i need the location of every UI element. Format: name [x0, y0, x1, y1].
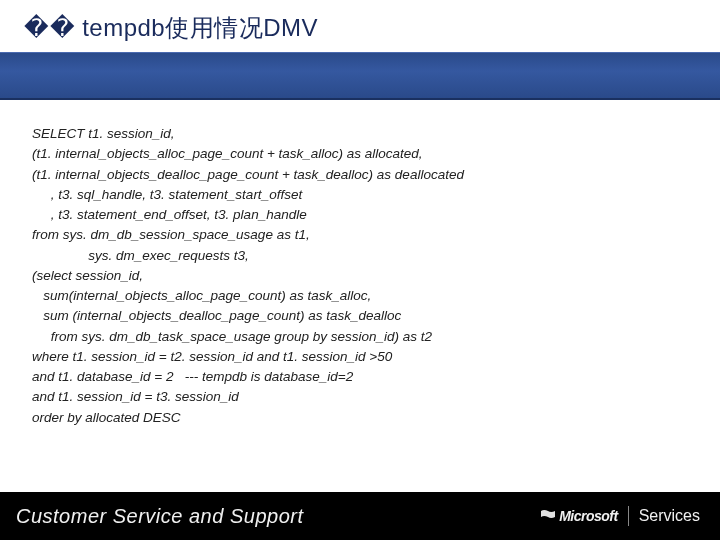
footer-divider — [628, 506, 629, 526]
footer-bar: Customer Service and Support Microsoft S… — [0, 492, 720, 540]
footer-left-text: Customer Service and Support — [16, 505, 303, 528]
code-line: (t1. internal_objects_alloc_page_count +… — [32, 144, 688, 164]
code-line: order by allocated DESC — [32, 408, 688, 428]
code-line: sum(internal_objects_alloc_page_count) a… — [32, 286, 688, 306]
decorative-band — [0, 52, 720, 100]
code-line: and t1. session_id = t3. session_id — [32, 387, 688, 407]
code-line: where t1. session_id = t2. session_id an… — [32, 347, 688, 367]
code-line: SELECT t1. session_id, — [32, 124, 688, 144]
code-line: and t1. database_id = 2 --- tempdb is da… — [32, 367, 688, 387]
code-line: from sys. dm_db_task_space_usage group b… — [32, 327, 688, 347]
microsoft-logo: Microsoft — [541, 508, 618, 524]
code-line: (select session_id, — [32, 266, 688, 286]
slide-title: �� tempdb使用情况DMV — [24, 12, 696, 44]
code-content: SELECT t1. session_id, (t1. internal_obj… — [0, 100, 720, 438]
microsoft-flag-icon — [541, 509, 555, 523]
code-line: (t1. internal_objects_dealloc_page_count… — [32, 165, 688, 185]
code-line: , t3. statement_end_offset, t3. plan_han… — [32, 205, 688, 225]
title-bar: �� tempdb使用情况DMV — [0, 0, 720, 52]
code-line: , t3. sql_handle, t3. statement_start_of… — [32, 185, 688, 205]
code-line: sum (internal_objects_dealloc_page_count… — [32, 306, 688, 326]
code-line: sys. dm_exec_requests t3, — [32, 246, 688, 266]
code-line: from sys. dm_db_session_space_usage as t… — [32, 225, 688, 245]
microsoft-text: Microsoft — [559, 508, 618, 524]
services-text: Services — [639, 507, 700, 525]
footer-right: Microsoft Services — [541, 506, 700, 526]
